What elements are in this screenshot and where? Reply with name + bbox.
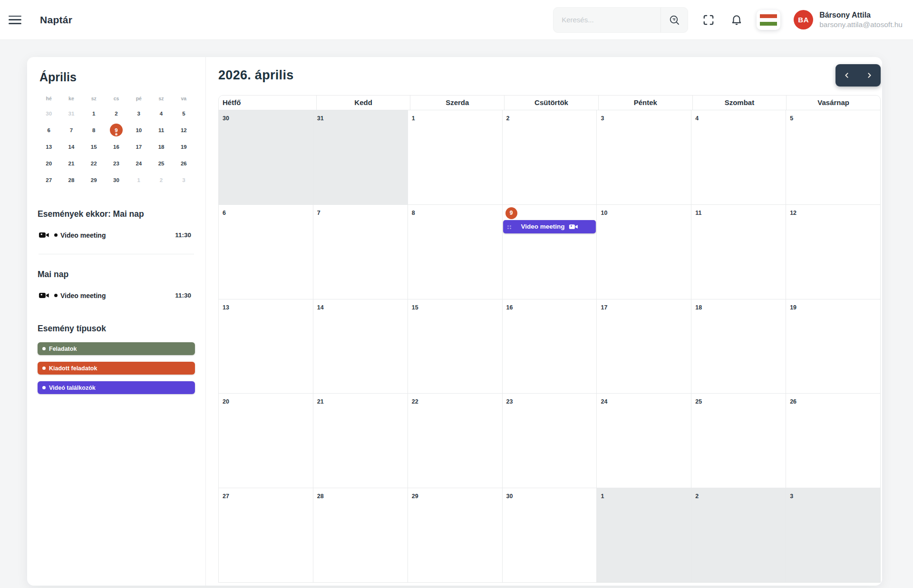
mini-calendar-day[interactable]: 23 <box>105 155 127 172</box>
mini-calendar-day[interactable]: 27 <box>38 172 60 188</box>
calendar-day-cell[interactable]: 11 <box>691 205 786 299</box>
mini-calendar-day[interactable]: 20 <box>38 155 60 172</box>
mini-calendar-day[interactable]: 5 <box>173 105 195 122</box>
calendar-day-cell[interactable]: 10 <box>597 205 691 299</box>
mini-calendar-day[interactable]: 8 <box>83 122 105 138</box>
calendar-day-cell[interactable]: 2 <box>503 110 597 204</box>
calendar-day-cell[interactable]: 27 <box>219 488 313 582</box>
previous-month-button[interactable] <box>835 64 858 87</box>
mini-calendar-day[interactable]: 1 <box>127 172 150 188</box>
weekday-header: Szombat <box>693 96 787 110</box>
mini-calendar-day[interactable]: 25 <box>150 155 172 172</box>
drag-handle-icon <box>507 225 509 227</box>
mini-calendar-day[interactable]: 1 <box>83 105 105 122</box>
calendar-day-cell[interactable]: 19 <box>786 299 880 394</box>
calendar-day-cell[interactable]: 23 <box>503 394 597 488</box>
mini-calendar-day[interactable]: 7 <box>60 122 82 138</box>
day-number: 8 <box>412 210 415 216</box>
day-number: 10 <box>601 210 607 216</box>
mini-calendar-day[interactable]: 14 <box>60 138 82 155</box>
mini-calendar-day[interactable]: 15 <box>83 138 105 155</box>
event-type-chip[interactable]: Kiadott feladatok <box>38 362 195 375</box>
calendar-day-cell[interactable]: 21 <box>313 394 408 488</box>
mini-calendar-day[interactable]: 29 <box>83 172 105 188</box>
chip-dot <box>42 347 46 350</box>
calendar-day-cell[interactable]: 4 <box>691 110 786 204</box>
calendar-day-cell[interactable]: 3 <box>786 488 880 582</box>
calendar-day-cell[interactable]: 5 <box>786 110 880 204</box>
mini-calendar-day[interactable]: 21 <box>60 155 82 172</box>
mini-calendar-day[interactable]: 2 <box>150 172 172 188</box>
calendar-day-cell[interactable]: 2 <box>691 488 786 582</box>
mini-calendar-day[interactable]: 13 <box>38 138 60 155</box>
next-month-button[interactable] <box>858 64 881 87</box>
calendar-day-cell[interactable]: 20 <box>219 394 313 488</box>
calendar-day-cell[interactable]: 8 <box>408 205 503 299</box>
mini-calendar-day[interactable]: 24 <box>127 155 150 172</box>
mini-calendar-day[interactable]: 31 <box>60 105 82 122</box>
mini-calendar-day[interactable]: 3 <box>173 172 195 188</box>
section-divider <box>39 254 194 254</box>
notifications-button[interactable] <box>729 12 744 28</box>
mini-calendar-day[interactable]: 11 <box>150 122 172 138</box>
calendar-day-cell[interactable]: 7 <box>313 205 408 299</box>
mini-calendar-day[interactable]: 6 <box>38 122 60 138</box>
calendar-day-cell[interactable]: 3 <box>597 110 691 204</box>
mini-calendar-day[interactable]: 16 <box>105 138 127 155</box>
chip-dot <box>42 366 46 370</box>
month-navigation <box>835 64 881 87</box>
mini-calendar-day[interactable]: 3 <box>127 105 150 122</box>
mini-calendar-day[interactable]: 19 <box>173 138 195 155</box>
calendar-event-chip[interactable]: Video meeting <box>503 220 596 233</box>
mini-calendar-day[interactable]: 30 <box>38 105 60 122</box>
search-button[interactable] <box>661 8 688 32</box>
sidebar-event-item[interactable]: Video meeting11:30 <box>38 290 195 301</box>
calendar-day-cell[interactable]: 12 <box>786 205 880 299</box>
calendar-day-cell[interactable]: 30 <box>503 488 597 582</box>
calendar-day-cell[interactable]: 16 <box>503 299 597 394</box>
mini-calendar-day[interactable]: 17 <box>127 138 150 155</box>
mini-calendar-day[interactable]: 2 <box>105 105 127 122</box>
calendar-day-cell[interactable]: 9Video meeting <box>503 205 597 299</box>
calendar-day-cell[interactable]: 6 <box>219 205 313 299</box>
day-number: 11 <box>695 210 701 216</box>
calendar-day-cell[interactable]: 31 <box>313 110 408 204</box>
sidebar-event-item[interactable]: Video meeting11:30 <box>38 230 195 241</box>
calendar-day-cell[interactable]: 17 <box>597 299 691 394</box>
sidebar: Április hékeszcspészva303112345678910111… <box>27 57 206 586</box>
calendar-day-cell[interactable]: 30 <box>219 110 313 204</box>
calendar-day-cell[interactable]: 22 <box>408 394 503 488</box>
mini-weekday-label: ke <box>60 94 82 105</box>
fullscreen-button[interactable] <box>701 12 716 28</box>
mini-calendar-day[interactable]: 18 <box>150 138 172 155</box>
language-button[interactable] <box>757 10 780 30</box>
calendar-day-cell[interactable]: 15 <box>408 299 503 394</box>
mini-calendar-day[interactable]: 22 <box>83 155 105 172</box>
calendar-day-cell[interactable]: 25 <box>691 394 786 488</box>
user-menu[interactable]: BA Bársony Attila barsony.attila@atosoft… <box>794 10 903 29</box>
mini-calendar-day[interactable]: 30 <box>105 172 127 188</box>
calendar-day-cell[interactable]: 1 <box>597 488 691 582</box>
mini-calendar-day[interactable]: 26 <box>173 155 195 172</box>
mini-calendar-day[interactable]: 4 <box>150 105 172 122</box>
mini-calendar-day[interactable]: 12 <box>173 122 195 138</box>
mini-weekday-label: va <box>173 94 195 105</box>
event-type-chip[interactable]: Feladatok <box>38 342 195 355</box>
menu-toggle-button[interactable] <box>9 16 21 24</box>
calendar-day-cell[interactable]: 28 <box>313 488 408 582</box>
search-input[interactable] <box>554 8 660 32</box>
calendar-day-cell[interactable]: 26 <box>786 394 880 488</box>
mini-calendar-day[interactable]: 28 <box>60 172 82 188</box>
calendar-day-cell[interactable]: 24 <box>597 394 691 488</box>
mini-calendar-day[interactable]: 10 <box>127 122 150 138</box>
event-type-chip[interactable]: Videó találkozók <box>38 381 195 394</box>
video-camera-icon <box>569 222 578 231</box>
day-number: 31 <box>317 115 324 122</box>
calendar-day-cell[interactable]: 1 <box>408 110 503 204</box>
calendar-day-cell[interactable]: 18 <box>691 299 786 394</box>
calendar-day-cell[interactable]: 14 <box>313 299 408 394</box>
calendar-day-cell[interactable]: 29 <box>408 488 503 582</box>
day-number: 17 <box>601 304 607 311</box>
calendar-day-cell[interactable]: 13 <box>219 299 313 394</box>
mini-calendar-day[interactable]: 9 <box>105 122 127 138</box>
